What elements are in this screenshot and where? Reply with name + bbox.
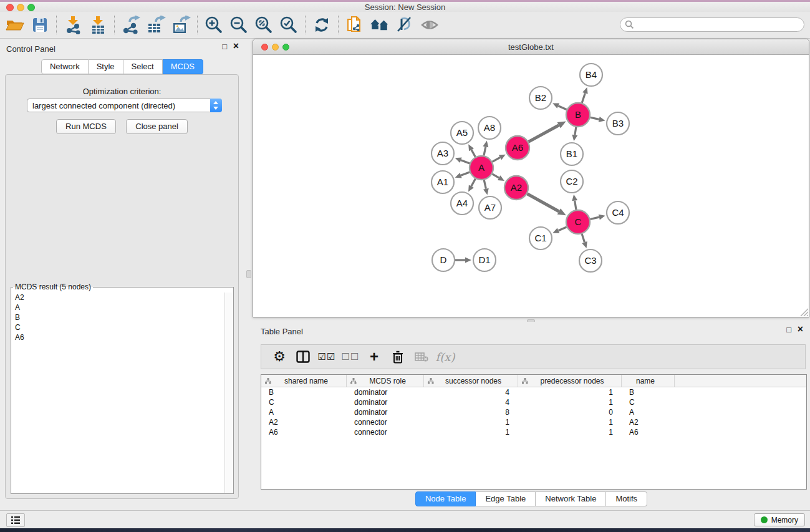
table-settings-button[interactable]: ⚙ — [268, 346, 291, 367]
table-row[interactable]: Cdominator41C — [261, 397, 806, 407]
table-cell[interactable]: 1 — [518, 427, 622, 437]
column-header-predecessor-nodes[interactable]: predecessor nodes — [518, 375, 622, 387]
node-C2[interactable]: C2 — [561, 170, 583, 193]
node-A7[interactable]: A7 — [479, 196, 501, 219]
node-D1[interactable]: D1 — [473, 249, 496, 271]
table-cell[interactable]: 1 — [518, 417, 622, 427]
memory-button[interactable]: Memory — [754, 513, 805, 526]
mcds-result-list[interactable]: A2ABCA6 — [12, 293, 224, 493]
table-cell[interactable]: 1 — [424, 417, 518, 427]
table-cell[interactable]: A — [261, 407, 347, 417]
node-B[interactable]: B — [566, 103, 590, 127]
table-cell[interactable]: 1 — [518, 387, 622, 397]
edge-A-A7[interactable] — [483, 180, 489, 195]
add-column-button[interactable]: + — [362, 346, 386, 367]
mcds-result-item[interactable]: C — [12, 322, 224, 332]
clone-network-button[interactable] — [342, 14, 367, 36]
edge-A-A6[interactable] — [493, 155, 506, 162]
column-header-name[interactable]: name — [622, 375, 675, 387]
hide-labels-button[interactable] — [392, 14, 417, 36]
edge-A-A1[interactable] — [455, 172, 470, 178]
node-A1[interactable]: A1 — [432, 171, 454, 193]
table-cell[interactable]: dominator — [347, 387, 424, 397]
run-mcds-button[interactable]: Run MCDS — [56, 119, 116, 134]
edge-B-B2[interactable] — [552, 104, 567, 110]
column-header-successor-nodes[interactable]: successor nodes — [424, 375, 518, 387]
table-cell[interactable]: A2 — [261, 417, 347, 427]
tab-select[interactable]: Select — [123, 59, 163, 74]
edge-D-D1[interactable] — [455, 258, 471, 263]
open-session-button[interactable] — [2, 14, 27, 36]
close-panel-button[interactable]: Close panel — [126, 119, 188, 134]
edge-C-C1[interactable] — [552, 227, 566, 233]
node-B3[interactable]: B3 — [607, 112, 629, 135]
table-cell[interactable]: 1 — [424, 427, 518, 437]
delete-column-button[interactable] — [386, 346, 410, 367]
mcds-result-item[interactable]: A2 — [12, 293, 224, 302]
criterion-dropdown[interactable]: largest connected component (directed) — [27, 99, 222, 112]
edge-A2-C[interactable] — [527, 194, 566, 216]
edge-B-B4[interactable] — [582, 87, 587, 103]
mcds-result-item[interactable]: B — [12, 312, 224, 322]
table-cell[interactable]: A — [622, 407, 675, 417]
close-panel-icon[interactable]: × — [233, 41, 239, 51]
show-all-panels-button[interactable] — [367, 14, 392, 36]
float-table-panel-icon[interactable]: □ — [786, 326, 791, 334]
zoom-out-button[interactable] — [226, 14, 251, 36]
table-cell[interactable]: 4 — [424, 397, 518, 407]
node-A4[interactable]: A4 — [451, 192, 473, 215]
column-header-mcds-role[interactable]: MCDS role — [347, 375, 424, 387]
vertical-splitter-handle[interactable] — [246, 270, 251, 278]
zoom-fit-button[interactable] — [251, 14, 276, 36]
tab-motifs[interactable]: Motifs — [606, 491, 647, 506]
table-row[interactable]: A2connector11A2 — [261, 417, 806, 427]
mcds-result-scrollbar[interactable] — [224, 293, 233, 493]
node-A3[interactable]: A3 — [432, 142, 454, 165]
node-C3[interactable]: C3 — [579, 249, 602, 272]
node-A2[interactable]: A2 — [504, 176, 528, 200]
close-table-panel-icon[interactable]: × — [798, 324, 803, 334]
edge-A6-B[interactable] — [529, 122, 566, 142]
tab-style[interactable]: Style — [89, 59, 123, 74]
table-cell[interactable]: 4 — [424, 387, 518, 397]
edge-B-B1[interactable] — [572, 127, 577, 142]
node-B4[interactable]: B4 — [580, 64, 602, 86]
table-cell[interactable]: A2 — [622, 417, 675, 427]
edge-A-A5[interactable] — [468, 144, 475, 157]
node-A6[interactable]: A6 — [506, 136, 529, 160]
node-A5[interactable]: A5 — [451, 122, 473, 144]
table-cell[interactable]: 8 — [424, 407, 518, 417]
edge-A-A2[interactable] — [492, 174, 504, 181]
export-table-button[interactable] — [143, 14, 168, 36]
table-cell[interactable]: connector — [347, 417, 424, 427]
deselect-all-rows-button[interactable]: ☐☐ — [339, 346, 362, 367]
import-network-button[interactable] — [60, 14, 85, 36]
table-row[interactable]: A6connector11A6 — [261, 427, 806, 437]
node-C1[interactable]: C1 — [529, 227, 552, 249]
window-resize-grip[interactable] — [799, 307, 808, 316]
float-panel-icon[interactable]: □ — [222, 42, 227, 51]
node-B2[interactable]: B2 — [529, 87, 552, 109]
node-C[interactable]: C — [566, 210, 590, 234]
edge-B-B3[interactable] — [591, 117, 605, 122]
table-cell[interactable]: A6 — [622, 427, 675, 437]
column-header-shared-name[interactable]: shared name — [261, 375, 347, 387]
edge-A-A8[interactable] — [483, 141, 488, 156]
network-canvas[interactable]: B4B2BB3A8A5A6A3B1AC2A1A2A4A7C4CC1C3DD1 — [253, 55, 809, 317]
edge-C-C4[interactable] — [590, 215, 605, 220]
save-session-button[interactable] — [27, 14, 52, 36]
function-builder-button[interactable]: f(x) — [433, 346, 457, 367]
export-image-button[interactable] — [168, 14, 193, 36]
node-C4[interactable]: C4 — [607, 201, 629, 224]
tab-node-table[interactable]: Node Table — [415, 491, 476, 506]
table-row[interactable]: Bdominator41B — [261, 387, 806, 397]
table-cell[interactable]: dominator — [347, 407, 424, 417]
export-network-button[interactable] — [118, 14, 143, 36]
task-history-button[interactable] — [6, 513, 25, 527]
apply-layout-button[interactable] — [309, 14, 334, 36]
edge-C-C2[interactable] — [572, 195, 577, 210]
show-columns-button[interactable] — [291, 346, 315, 367]
tab-mcds[interactable]: MCDS — [163, 59, 203, 74]
edge-A-A3[interactable] — [455, 158, 470, 163]
table-cell[interactable]: 1 — [518, 397, 622, 407]
